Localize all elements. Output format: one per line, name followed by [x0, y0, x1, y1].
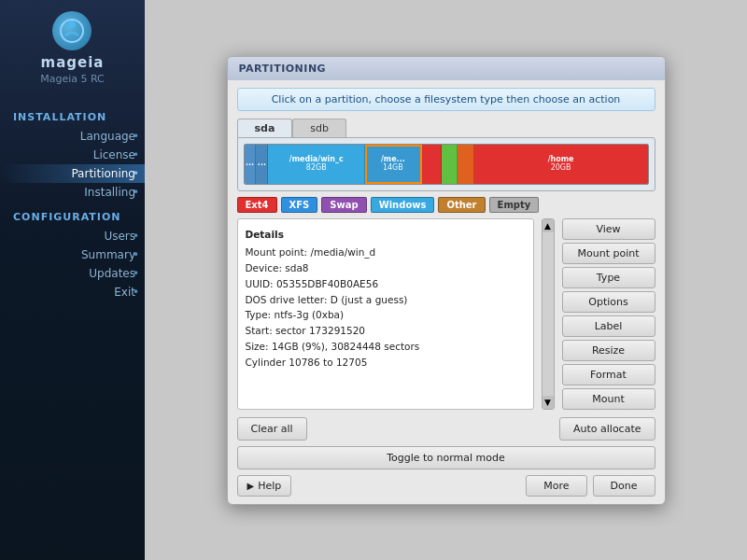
dialog-title: PARTITIONING	[228, 57, 665, 80]
help-button[interactable]: ▶ Help	[237, 475, 292, 497]
details-line-6: Size: 14GB (9%), 30824448 sectors	[246, 339, 526, 355]
logo-area: mageia Mageia 5 RC	[40, 11, 105, 85]
partition-map-wrapper: ... ... /media/win_c 82GB /me... 14GB	[237, 137, 655, 191]
installation-section-label: INSTALLATION	[0, 111, 106, 123]
partition-seg-p1[interactable]: ...	[245, 145, 257, 184]
disk-tabs: sda sdb	[237, 119, 655, 137]
done-button[interactable]: Done	[593, 475, 655, 497]
partition-seg-p6[interactable]	[442, 145, 458, 184]
partition-seg-p7[interactable]	[458, 145, 473, 184]
sidebar-item-summary[interactable]: Summary	[0, 245, 145, 264]
configuration-section-label: CONFIGURATION	[0, 211, 120, 223]
app-version: Mageia 5 RC	[40, 73, 105, 85]
main-area: PARTITIONING Click on a partition, choos…	[145, 0, 747, 560]
scrollbar[interactable]: ▲ ▼	[542, 218, 555, 410]
sidebar-item-license[interactable]: License	[0, 146, 145, 164]
legend-swap[interactable]: Swap	[321, 197, 366, 213]
clear-allocate-row: Clear all Auto allocate	[237, 417, 655, 441]
details-line-2: UUID: 05355DBF40B0AE56	[246, 276, 526, 292]
sidebar-item-language[interactable]: Language	[0, 127, 145, 146]
auto-allocate-button[interactable]: Auto allocate	[559, 417, 655, 441]
more-button[interactable]: More	[526, 475, 586, 497]
partitioning-dialog: PARTITIONING Click on a partition, choos…	[227, 56, 666, 505]
sidebar: mageia Mageia 5 RC INSTALLATION Language…	[0, 0, 145, 560]
toggle-mode-button[interactable]: Toggle to normal mode	[237, 446, 655, 469]
sidebar-item-installing[interactable]: Installing	[0, 183, 145, 202]
details-line-4: Type: ntfs-3g (0xba)	[246, 307, 526, 323]
partition-map: ... ... /media/win_c 82GB /me... 14GB	[244, 144, 649, 185]
help-label: Help	[258, 480, 281, 492]
legend-windows[interactable]: Windows	[371, 197, 435, 213]
content-row: Details Mount point: /media/win_d Device…	[237, 218, 655, 410]
details-line-7: Cylinder 10786 to 12705	[246, 355, 526, 371]
details-line-5: Start: sector 173291520	[246, 323, 526, 339]
clear-all-button[interactable]: Clear all	[237, 417, 307, 441]
legend-empty[interactable]: Empty	[489, 197, 540, 213]
svg-point-1	[68, 21, 76, 28]
help-icon: ▶	[247, 481, 255, 491]
disk-tab-sda[interactable]: sda	[237, 119, 293, 137]
action-buttons: View Mount point Type Options Label Resi…	[562, 218, 655, 410]
instruction-bar: Click on a partition, choose a filesyste…	[237, 88, 655, 111]
partition-seg-p8[interactable]: /home 20GB	[474, 145, 648, 184]
partition-seg-p3[interactable]: /media/win_c 82GB	[268, 145, 365, 184]
sidebar-item-updates[interactable]: Updates	[0, 264, 145, 283]
partition-seg-p5[interactable]	[422, 145, 443, 184]
details-box: Details Mount point: /media/win_d Device…	[237, 218, 534, 410]
sidebar-item-users[interactable]: Users	[0, 227, 145, 245]
footer-buttons: More Done	[526, 475, 655, 497]
legend-other[interactable]: Other	[438, 197, 485, 213]
sidebar-item-exit[interactable]: Exit	[0, 283, 145, 301]
legend-ext4[interactable]: Ext4	[237, 197, 277, 213]
mount-button[interactable]: Mount	[562, 388, 655, 410]
details-line-0: Mount point: /media/win_d	[246, 245, 526, 260]
resize-button[interactable]: Resize	[562, 340, 655, 361]
sidebar-item-partitioning[interactable]: Partitioning	[0, 164, 145, 183]
details-title: Details	[246, 227, 526, 243]
details-line-1: Device: sda8	[246, 260, 526, 276]
format-button[interactable]: Format	[562, 364, 655, 385]
footer-row: ▶ Help More Done	[237, 475, 655, 497]
app-name: mageia	[41, 54, 105, 71]
label-button[interactable]: Label	[562, 315, 655, 337]
view-button[interactable]: View	[562, 218, 655, 240]
legend-xfs[interactable]: XFS	[281, 197, 318, 213]
partition-seg-p2[interactable]: ...	[256, 145, 268, 184]
legend-row: Ext4 XFS Swap Windows Other Empty	[237, 197, 655, 213]
logo-icon	[52, 11, 92, 50]
type-button[interactable]: Type	[562, 267, 655, 288]
details-line-3: DOS drive letter: D (just a guess)	[246, 292, 526, 308]
partition-seg-p4[interactable]: /me... 14GB	[365, 145, 421, 184]
disk-tab-sdb[interactable]: sdb	[292, 119, 346, 137]
options-button[interactable]: Options	[562, 291, 655, 313]
mount-point-button[interactable]: Mount point	[562, 243, 655, 264]
